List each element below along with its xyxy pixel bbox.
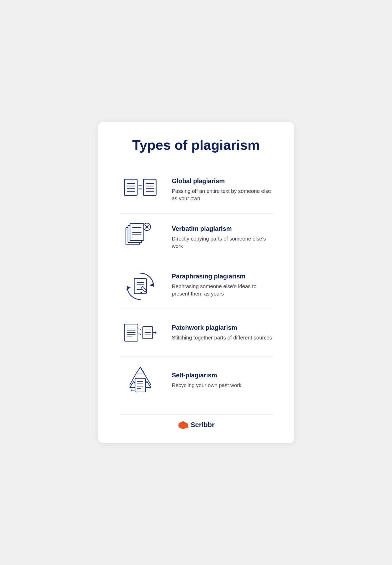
svg-marker-54 <box>131 389 132 391</box>
scribbr-logo: Scribbr <box>177 420 215 430</box>
svg-rect-7 <box>143 179 156 196</box>
footer: Scribbr <box>119 414 273 430</box>
patchwork-content: Patchwork plagiarism Stitching together … <box>172 324 273 341</box>
list-item: Paraphrasing plagiarism Rephrasing someo… <box>119 261 273 309</box>
svg-point-56 <box>187 427 188 428</box>
global-desc: Passing off an entire text by someone el… <box>172 187 273 202</box>
list-item: Global plagiarism Passing off an entire … <box>119 166 273 214</box>
list-item: Self-plagiarism Recycling your own past … <box>119 357 273 404</box>
svg-rect-0 <box>125 179 137 196</box>
self-title: Self-plagiarism <box>172 372 273 379</box>
verbatim-title: Verbatim plagiarism <box>172 225 273 232</box>
verbatim-plagiarism-icon <box>119 222 161 253</box>
patchwork-plagiarism-icon <box>119 317 161 348</box>
items-list: Global plagiarism Passing off an entire … <box>119 166 273 404</box>
paraphrasing-desc: Rephrasing someone else's ideas to prese… <box>172 283 273 297</box>
list-item: Verbatim plagiarism Directly copying par… <box>119 214 273 261</box>
footer-brand-text: Scribbr <box>191 421 215 429</box>
main-card: Types of plagiarism <box>98 122 294 443</box>
svg-rect-49 <box>135 378 146 392</box>
global-content: Global plagiarism Passing off an entire … <box>172 177 273 202</box>
verbatim-desc: Directly copying parts of someone else's… <box>172 235 273 250</box>
svg-rect-55 <box>187 423 188 427</box>
scribbr-logo-icon <box>177 420 188 430</box>
svg-marker-45 <box>155 331 156 334</box>
list-item: Patchwork plagiarism Stitching together … <box>119 309 273 357</box>
global-title: Global plagiarism <box>172 177 273 185</box>
svg-rect-14 <box>130 223 144 241</box>
page-title: Types of plagiarism <box>119 138 273 153</box>
patchwork-title: Patchwork plagiarism <box>172 324 273 331</box>
paraphrasing-title: Paraphrasing plagiarism <box>172 273 273 280</box>
self-desc: Recycling your own past work <box>172 382 273 389</box>
verbatim-content: Verbatim plagiarism Directly copying par… <box>172 225 273 250</box>
paraphrasing-plagiarism-icon <box>119 269 161 301</box>
paraphrasing-content: Paraphrasing plagiarism Rephrasing someo… <box>172 273 273 297</box>
self-plagiarism-icon <box>119 364 161 396</box>
self-content: Self-plagiarism Recycling your own past … <box>172 372 273 389</box>
patchwork-desc: Stitching together parts of different so… <box>172 334 273 341</box>
global-plagiarism-icon <box>119 174 161 206</box>
